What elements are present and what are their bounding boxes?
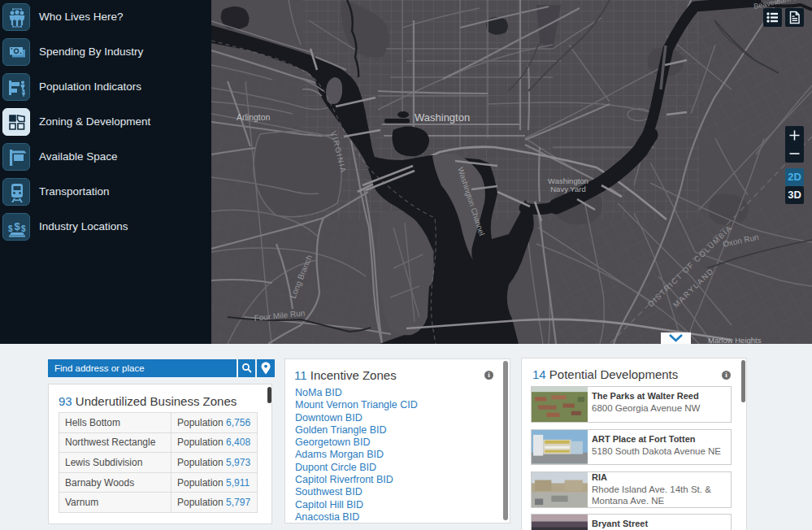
svg-text:$: $	[8, 224, 13, 233]
svg-text:Arlington: Arlington	[237, 112, 271, 122]
svg-text:Washington: Washington	[415, 111, 470, 124]
svg-text:$: $	[15, 220, 21, 232]
svg-text:Navy Yard: Navy Yard	[550, 185, 585, 193]
svg-text:Marlow Heights: Marlow Heights	[708, 336, 762, 344]
svg-text:$: $	[21, 224, 26, 233]
